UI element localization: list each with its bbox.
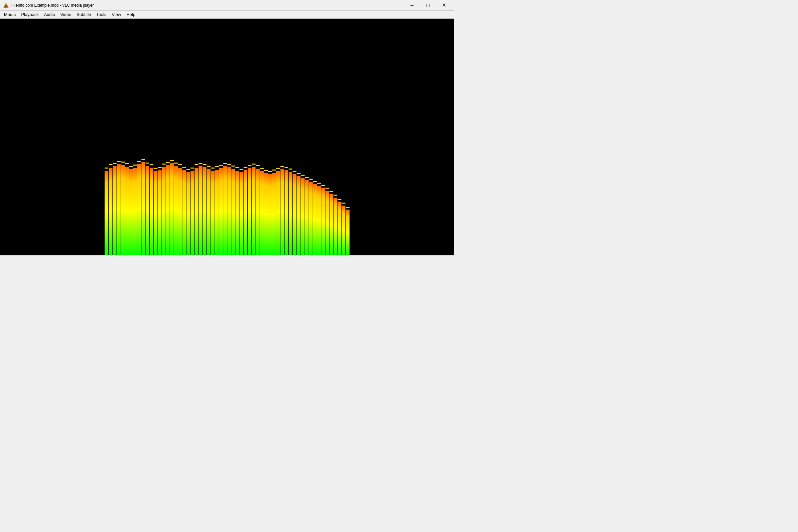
menu-item-audio[interactable]: Audio (41, 11, 58, 18)
menu-item-subtitle[interactable]: Subtitle (74, 11, 93, 18)
close-button[interactable]: ✕ (436, 0, 452, 11)
vlc-icon (3, 2, 9, 8)
video-area[interactable] (0, 19, 454, 255)
minimize-button[interactable]: – (404, 0, 420, 11)
menu-item-media[interactable]: Media (1, 11, 18, 18)
menu-item-video[interactable]: Video (58, 11, 74, 18)
title-bar-controls: – □ ✕ (404, 0, 452, 11)
menu-item-help[interactable]: Help (124, 11, 138, 18)
menu-bar: MediaPlaybackAudioVideoSubtitleToolsView… (0, 11, 454, 19)
svg-rect-3 (4, 7, 7, 7)
maximize-button[interactable]: □ (420, 0, 436, 11)
menu-item-playback[interactable]: Playback (18, 11, 41, 18)
menu-item-tools[interactable]: Tools (94, 11, 109, 18)
title-bar-text: FileInfo.com Example.mod - VLC media pla… (11, 3, 404, 8)
svg-rect-2 (5, 6, 7, 7)
spectrum-visualizer (0, 19, 454, 255)
title-bar: FileInfo.com Example.mod - VLC media pla… (0, 0, 454, 11)
menu-item-view[interactable]: View (109, 11, 124, 18)
